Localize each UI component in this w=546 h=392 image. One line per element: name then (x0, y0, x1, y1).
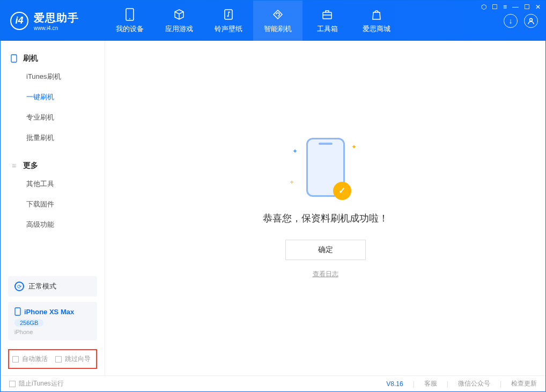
sidebar-item-itunes-flash[interactable]: iTunes刷机 (1, 66, 105, 87)
status-bar: 阻止iTunes运行 V8.16 | 客服 | 微信公众号 | 检查更新 (1, 375, 545, 391)
refresh-icon (272, 8, 284, 21)
mode-icon: ⟳ (14, 282, 24, 291)
checkbox-skip-guide[interactable]: 跳过向导 (55, 354, 91, 364)
main-content: ✦ ✦ + ✓ 恭喜您，保资料刷机成功啦！ 确定 查看日志 (105, 41, 545, 375)
tab-toolbox[interactable]: 工具箱 (302, 1, 352, 41)
phone-icon (14, 307, 21, 316)
sidebar-item-oneclick-flash[interactable]: 一键刷机 (1, 87, 105, 107)
view-log-link[interactable]: 查看日志 (313, 270, 338, 279)
toolbox-icon (321, 8, 333, 21)
ok-button[interactable]: 确定 (285, 240, 366, 260)
sidebar-item-other-tools[interactable]: 其他工具 (1, 174, 105, 194)
sidebar-section-title: 更多 (23, 161, 38, 171)
download-icon[interactable]: ↓ (504, 14, 518, 28)
maximize-icon[interactable]: ☐ (524, 3, 530, 11)
app-title: 爱思助手 (34, 11, 79, 25)
sidebar-section-title: 刷机 (23, 54, 38, 63)
tab-label: 铃声壁纸 (215, 24, 242, 34)
skin-icon[interactable]: ⬡ (481, 3, 486, 11)
sidebar-item-batch-flash[interactable]: 批量刷机 (1, 128, 105, 148)
header: i4 爱思助手 www.i4.cn 我的设备 应用游戏 铃声壁纸 智能刷机 (1, 1, 545, 41)
window-controls: ⬡ ☐ ≡ — ☐ ✕ (481, 3, 541, 11)
check-icon: ✓ (333, 182, 351, 200)
mode-label: 正常模式 (28, 282, 56, 291)
svg-point-3 (227, 15, 229, 17)
nav-tabs: 我的设备 应用游戏 铃声壁纸 智能刷机 工具箱 爱思商城 (105, 1, 504, 41)
sidebar-item-download-firmware[interactable]: 下载固件 (1, 194, 105, 215)
mode-box[interactable]: ⟳ 正常模式 (8, 276, 97, 297)
checkbox-label: 自动激活 (22, 354, 48, 364)
checkbox-icon (12, 356, 19, 363)
svg-point-1 (129, 18, 130, 19)
user-icon[interactable] (524, 14, 538, 28)
tab-label: 我的设备 (116, 24, 144, 34)
cube-icon (173, 8, 185, 21)
version-label: V8.16 (386, 380, 403, 388)
device-capacity: 256GB (14, 319, 43, 327)
success-illustration: ✦ ✦ + ✓ (306, 138, 345, 197)
tab-label: 工具箱 (317, 24, 338, 34)
svg-rect-7 (15, 308, 20, 315)
logo-icon: i4 (10, 12, 28, 30)
list-icon: ≡ (10, 162, 18, 169)
device-name: iPhone XS Max (24, 308, 74, 316)
link-support[interactable]: 客服 (424, 379, 437, 388)
tab-label: 应用游戏 (165, 24, 193, 34)
tab-label: 智能刷机 (264, 24, 292, 34)
phone-icon (10, 55, 18, 62)
checkbox-block-itunes[interactable]: 阻止iTunes运行 (9, 379, 64, 388)
checkbox-label: 跳过向导 (65, 354, 91, 364)
feedback-icon[interactable]: ☐ (492, 3, 498, 11)
svg-point-5 (530, 18, 533, 21)
tab-ringtones[interactable]: 铃声壁纸 (204, 1, 253, 41)
tab-apps[interactable]: 应用游戏 (154, 1, 204, 41)
checkbox-icon (55, 356, 62, 363)
sidebar: 刷机 iTunes刷机 一键刷机 专业刷机 批量刷机 ≡ 更多 其他工具 下载固… (1, 41, 105, 375)
music-icon (223, 8, 234, 21)
logo: i4 爱思助手 www.i4.cn (1, 1, 105, 41)
checkbox-icon (9, 381, 16, 387)
svg-rect-6 (11, 55, 17, 62)
tab-my-device[interactable]: 我的设备 (105, 1, 154, 41)
link-wechat[interactable]: 微信公众号 (458, 379, 490, 388)
link-update[interactable]: 检查更新 (511, 379, 537, 388)
tab-label: 爱思商城 (363, 24, 390, 34)
device-type: iPhone (14, 329, 91, 335)
minimize-icon[interactable]: — (512, 3, 519, 11)
device-icon (125, 8, 135, 21)
device-box[interactable]: iPhone XS Max 256GB iPhone (8, 302, 97, 341)
sidebar-section-flash: 刷机 (1, 50, 105, 66)
menu-icon[interactable]: ≡ (503, 3, 507, 11)
close-icon[interactable]: ✕ (535, 3, 541, 11)
sidebar-section-more: ≡ 更多 (1, 158, 105, 174)
tab-store[interactable]: 爱思商城 (352, 1, 401, 41)
checkbox-label: 阻止iTunes运行 (19, 379, 64, 388)
bag-icon (371, 8, 382, 21)
tab-flash[interactable]: 智能刷机 (253, 1, 302, 41)
success-message: 恭喜您，保资料刷机成功啦！ (263, 212, 388, 225)
sidebar-item-advanced[interactable]: 高级功能 (1, 215, 105, 235)
app-subtitle: www.i4.cn (34, 25, 79, 31)
bottom-options-highlight: 自动激活 跳过向导 (8, 349, 97, 369)
sidebar-item-pro-flash[interactable]: 专业刷机 (1, 107, 105, 128)
checkbox-auto-activate[interactable]: 自动激活 (12, 354, 48, 364)
svg-rect-4 (323, 12, 331, 19)
